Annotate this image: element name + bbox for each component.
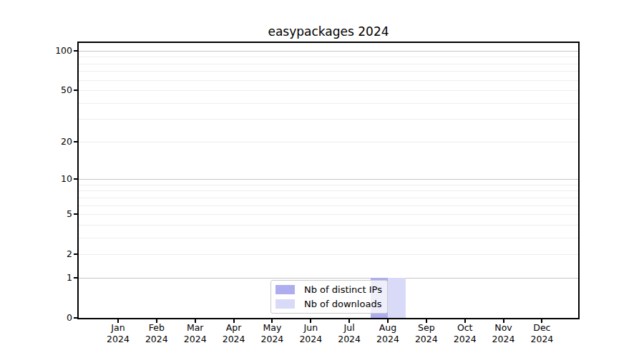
bar-chart: easypackages 2024 Nb of distinct IPs Nb … [0, 0, 644, 358]
y-gridline-minor [79, 205, 578, 206]
y-gridline-major [79, 179, 578, 180]
y-gridline-minor [79, 80, 578, 81]
y-gridline-minor [79, 71, 578, 72]
legend-item-distinct-ips: Nb of distinct IPs [275, 284, 387, 295]
x-axis-tick [195, 319, 196, 323]
x-axis-tick [310, 319, 311, 323]
x-axis-tick [271, 319, 273, 323]
y-gridline-minor [79, 64, 578, 64]
y-gridline-minor [79, 238, 578, 238]
x-axis-tick [541, 319, 542, 323]
x-axis-tick [233, 319, 235, 323]
chart-title: easypackages 2024 [77, 24, 580, 40]
x-axis-tick [156, 319, 157, 323]
y-axis-tick [74, 213, 77, 215]
legend-swatch-distinct-ips [275, 285, 295, 294]
y-gridline-minor [79, 185, 578, 185]
x-axis-tick [348, 319, 350, 323]
y-tick-label: 0 [39, 312, 72, 324]
legend-item-downloads: Nb of downloads [275, 299, 387, 309]
y-gridline-minor [79, 90, 578, 91]
x-axis-tick [117, 319, 119, 323]
y-gridline-minor [79, 142, 578, 142]
y-gridline-minor [79, 103, 578, 104]
y-gridline-major [79, 51, 578, 52]
y-gridline-minor [79, 214, 578, 215]
y-tick-label: 100 [39, 45, 72, 57]
x-axis-tick [464, 319, 466, 323]
y-gridline-minor [79, 198, 578, 198]
y-gridline-minor [79, 57, 578, 57]
bar-downloads [388, 278, 406, 318]
y-axis-tick [74, 141, 77, 142]
y-tick-label: 2 [39, 248, 72, 260]
x-axis-tick [503, 319, 504, 323]
y-axis-tick [74, 50, 77, 52]
y-axis-tick [74, 178, 77, 180]
y-tick-label: 50 [39, 84, 72, 96]
y-gridline-minor [79, 190, 578, 191]
y-axis-tick [74, 253, 77, 255]
legend-swatch-downloads [275, 299, 295, 309]
y-gridline-minor [79, 254, 578, 255]
y-tick-label: 5 [39, 208, 72, 220]
y-axis-tick [74, 277, 77, 279]
legend-label-downloads: Nb of downloads [304, 299, 381, 309]
x-axis-tick [426, 319, 427, 323]
y-gridline-major [79, 278, 578, 279]
y-tick-label: 1 [39, 272, 72, 284]
y-axis-tick [74, 317, 77, 319]
y-gridline-minor [79, 225, 578, 226]
x-tick-label: Dec2024 [519, 322, 565, 345]
y-axis-tick [74, 90, 77, 91]
x-axis-tick [387, 319, 389, 323]
y-tick-label: 20 [39, 136, 72, 147]
legend: Nb of distinct IPs Nb of downloads [270, 280, 388, 314]
y-tick-label: 10 [39, 173, 72, 185]
y-gridline-minor [79, 119, 578, 120]
legend-label-distinct-ips: Nb of distinct IPs [304, 284, 382, 295]
